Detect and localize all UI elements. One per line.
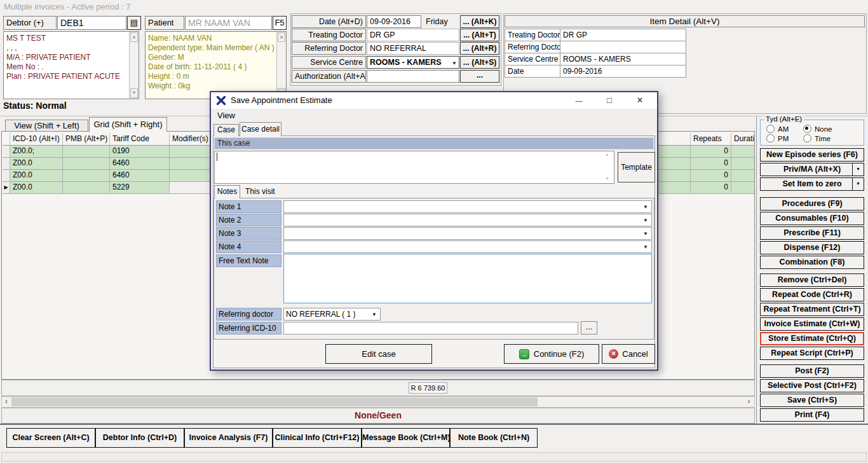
referring-doctor-field[interactable]: NO REFERRAL <box>367 42 459 55</box>
radio-none[interactable]: None <box>803 125 832 135</box>
note3-select[interactable]: ▼ <box>283 227 652 240</box>
grid-cell-duration[interactable] <box>731 158 754 170</box>
post-button[interactable]: Post (F2) <box>760 364 864 378</box>
radio-circle-selected[interactable] <box>803 125 811 133</box>
free-text-area[interactable] <box>283 254 652 303</box>
new-episode-button[interactable]: New Episode series (F6) <box>760 148 864 162</box>
continue-button[interactable]: → Continue (F2) <box>504 344 599 364</box>
debtor-lookup-button[interactable]: ▤ <box>127 16 141 30</box>
note4-select[interactable]: ▼ <box>283 240 652 253</box>
repeat-script-button[interactable]: Repeat Script (Ctrl+P) <box>760 347 864 360</box>
store-estimate-button[interactable]: Store Estimate (Ctrl+Q) <box>760 332 864 345</box>
save-button[interactable]: Save (Ctrl+S) <box>760 394 864 407</box>
note2-select[interactable]: ▼ <box>283 214 652 226</box>
grid-cell-duration[interactable] <box>731 170 754 182</box>
tab-case[interactable]: Case <box>214 124 239 136</box>
chevron-down-icon[interactable]: ▼ <box>852 178 864 190</box>
grid-cell-icd10[interactable]: Z00.0 <box>10 158 63 170</box>
chevron-down-icon[interactable]: ▼ <box>643 231 648 237</box>
grid-cell-pmb[interactable] <box>63 170 110 182</box>
debtor-info-button[interactable]: Debtor Info (Ctrl+D) <box>95 428 184 448</box>
note-book-button[interactable]: Note Book (Ctrl+N) <box>450 428 538 448</box>
patient-f5-button[interactable]: F5 <box>273 16 287 30</box>
prescribe-button[interactable]: Prescribe (F11) <box>760 226 864 240</box>
chevron-down-icon[interactable]: ▼ <box>643 244 648 251</box>
radio-pm[interactable]: PM <box>766 134 789 144</box>
referring-icd10-input[interactable] <box>283 322 578 335</box>
dialog-titlebar[interactable]: Save Appointment Estimate — □ ✕ <box>211 92 657 109</box>
case-text-area[interactable] <box>214 151 614 184</box>
date-more-button[interactable]: ... (Alt+K) <box>460 15 499 28</box>
scroll-down-icon[interactable]: ▼ <box>605 176 609 181</box>
invoice-estimate-button[interactable]: Invoice Estimate (Ctrl+W) <box>760 317 864 331</box>
dispense-button[interactable]: Dispense (F12) <box>760 241 864 254</box>
row-selector[interactable] <box>3 158 10 170</box>
combination-button[interactable]: Combination (F8) <box>760 256 864 269</box>
chevron-down-icon[interactable]: ▼ <box>852 163 864 176</box>
chevron-down-icon[interactable]: ▼ <box>643 218 648 224</box>
radio-circle[interactable] <box>766 134 775 142</box>
grid-cell-repeats[interactable]: 0 <box>691 146 731 158</box>
edit-case-button[interactable]: Edit case <box>325 344 432 364</box>
referring-doctor-more-button[interactable]: ... (Alt+R) <box>460 42 499 55</box>
scroll-right-icon[interactable]: › <box>744 397 754 407</box>
maximize-icon[interactable]: □ <box>595 92 624 109</box>
row-selector[interactable] <box>3 146 10 158</box>
referring-doctor-modal-select[interactable]: NO REFERRAL ( 1 )▼ <box>283 308 381 321</box>
set-item-zero-button[interactable]: Set Item to zero▼ <box>760 177 864 191</box>
radio-time[interactable]: Time <box>803 134 831 144</box>
note1-select[interactable]: ▼ <box>283 200 652 213</box>
row-selector[interactable] <box>3 170 10 182</box>
grid-cell-tariff[interactable]: 6460 <box>110 170 170 182</box>
patient-input[interactable]: MR NAAM VAN <box>185 16 272 30</box>
grid-cell-duration[interactable] <box>731 182 754 194</box>
scrollbar-thumb[interactable] <box>11 397 538 406</box>
message-book-button[interactable]: Message Book (Ctrl+M) <box>362 428 450 448</box>
patient-info-scrollbar[interactable]: ▲ ▼ <box>276 32 286 99</box>
grid-cell-repeats[interactable]: 0 <box>691 182 731 194</box>
referring-icd10-more-button[interactable]: ... <box>581 321 597 335</box>
repeat-treatment-button[interactable]: Repeat Treatment (Ctrl+T) <box>760 303 864 316</box>
clear-screen-button[interactable]: Clear Screen (Alt+C) <box>6 428 95 448</box>
grid-cell-tariff[interactable]: 6460 <box>110 158 170 170</box>
scroll-up-icon[interactable]: ▲ <box>130 32 138 42</box>
clinical-info-button[interactable]: Clinical Info (Ctrl+F12) <box>273 428 362 448</box>
treating-doctor-more-button[interactable]: ... (Alt+T) <box>460 29 499 41</box>
grid-cell-icd10[interactable]: Z00.0 <box>10 182 63 194</box>
row-selector-current[interactable]: ▶ <box>3 182 10 194</box>
scroll-up-icon[interactable]: ▲ <box>605 152 609 156</box>
procedures-button[interactable]: Procedures (F9) <box>760 197 864 211</box>
service-centre-more-button[interactable]: ... (Alt+S) <box>460 56 499 69</box>
authorization-input[interactable] <box>367 70 459 83</box>
chevron-down-icon[interactable]: ▼ <box>452 60 457 67</box>
service-centre-select[interactable]: ROOMS - KAMERS ▼ <box>367 56 459 69</box>
remove-button[interactable]: Remove (Ctrl+Del) <box>760 273 864 287</box>
grid-cell-repeats[interactable]: 0 <box>691 158 731 170</box>
scroll-left-icon[interactable]: ‹ <box>2 397 11 407</box>
grid-cell-repeats[interactable]: 0 <box>691 170 731 182</box>
grid-cell-icd10[interactable]: Z00.0 <box>10 170 63 182</box>
debtor-info-scrollbar[interactable]: ▲ ▼ <box>129 32 139 99</box>
date-input[interactable]: 09-09-2016 <box>367 15 421 28</box>
radio-circle[interactable] <box>766 125 775 133</box>
tab-grid[interactable]: Grid (Shift + Right) <box>89 117 167 132</box>
grid-cell-pmb[interactable] <box>63 146 110 158</box>
treating-doctor-field[interactable]: DR GP <box>367 29 459 41</box>
close-icon[interactable]: ✕ <box>625 92 654 109</box>
grid-cell-pmb[interactable] <box>63 182 110 194</box>
scroll-down-icon[interactable]: ▼ <box>130 88 138 98</box>
tab-view[interactable]: View (Shift + Left) <box>5 120 88 132</box>
repeat-code-button[interactable]: Repeat Code (Ctrl+R) <box>760 288 864 301</box>
print-button[interactable]: Print (F4) <box>760 408 864 422</box>
priv-ma-button[interactable]: Priv/MA (Alt+X)▼ <box>760 163 864 176</box>
grid-cell-tariff[interactable]: 0190 <box>110 146 170 158</box>
grid-cell-duration[interactable] <box>731 146 754 158</box>
radio-circle[interactable] <box>803 134 811 142</box>
cancel-button[interactable]: ✕ Cancel <box>602 344 655 364</box>
debtor-input[interactable]: DEB1 <box>57 16 126 30</box>
minimize-icon[interactable]: — <box>564 92 593 109</box>
consumables-button[interactable]: Consumables (F10) <box>760 212 864 225</box>
chevron-down-icon[interactable]: ▼ <box>372 312 377 318</box>
grid-cell-pmb[interactable] <box>63 158 110 170</box>
chevron-down-icon[interactable]: ▼ <box>643 204 648 211</box>
